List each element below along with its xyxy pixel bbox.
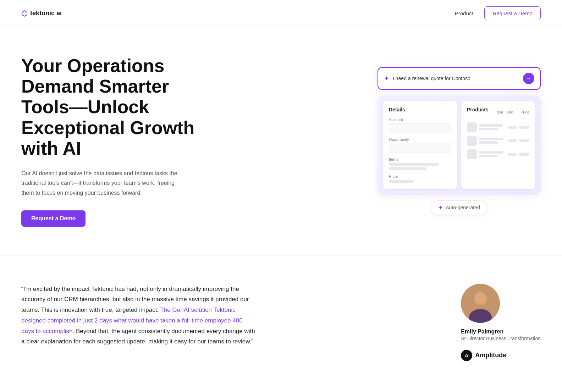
testimonial-quote: “I’m excited by the impact Tektonic has … <box>21 284 255 347</box>
logo-text: tektonic ai <box>30 10 62 17</box>
product-row-3 <box>467 149 529 159</box>
product-bar-3a <box>479 151 503 154</box>
sparkle-icon: ✦ <box>384 74 389 82</box>
product-bars-2 <box>479 138 506 144</box>
hero-section: Your Operations Demand Smarter Tools—Unl… <box>0 27 562 255</box>
hero-title: Your Operations Demand Smarter Tools—Unl… <box>21 55 206 159</box>
product-bar-1a <box>479 124 503 127</box>
field-opportunity-label: Opportunity <box>389 137 451 142</box>
product-icon-1 <box>467 122 477 132</box>
person-title: Sr Director Business Transformation <box>461 336 541 341</box>
demo-search-left: ✦ I need a renewal quote for Contoso <box>384 74 470 82</box>
auto-sparkle-icon: ✦ <box>438 204 443 211</box>
demo-search-bar: ✦ I need a renewal quote for Contoso → <box>378 67 541 90</box>
hero-content: Your Operations Demand Smarter Tools—Unl… <box>21 55 206 227</box>
svg-point-4 <box>475 292 486 304</box>
avatar <box>461 284 500 323</box>
demo-panels: Details Account Opportunity Items Price … <box>378 95 541 195</box>
details-panel-title: Details <box>389 107 451 112</box>
auto-generated-label: Auto-generated <box>446 205 480 210</box>
field-items-bar1 <box>389 163 439 166</box>
product-row-2 <box>467 136 529 146</box>
product-qty-3 <box>508 153 517 156</box>
col-item-label: Item <box>496 110 503 114</box>
products-panel-title: Products <box>467 107 489 112</box>
demo-search-arrow[interactable]: → <box>523 73 534 84</box>
demo-card: ✦ I need a renewal quote for Contoso → D… <box>378 67 541 215</box>
product-bar-2b <box>479 141 498 144</box>
product-icon-3 <box>467 149 477 159</box>
demo-search-text: I need a renewal quote for Contoso <box>393 76 470 81</box>
product-bars-1 <box>479 124 506 130</box>
product-price-1 <box>519 126 529 129</box>
company-logo: A Amplitude <box>461 350 506 361</box>
nav-links: Product Request a Demo <box>455 6 541 20</box>
product-bar-3b <box>479 155 498 157</box>
nav-product-link[interactable]: Product <box>455 10 473 16</box>
field-price-bar <box>389 180 414 183</box>
person-info: Emily Palmgren Sr Director Business Tran… <box>461 328 541 341</box>
auto-generated-badge: ✦ Auto-generated <box>431 200 487 215</box>
products-cols: Item Qty Price <box>496 110 529 114</box>
field-items-label: Items <box>389 157 451 161</box>
testimonial-content: “I’m excited by the impact Tektonic has … <box>21 284 255 347</box>
hero-cta-button[interactable]: Request a Demo <box>21 210 86 227</box>
field-opportunity-input <box>389 143 451 153</box>
logo-icon: ⬡ <box>21 9 27 18</box>
product-bar-2a <box>479 138 503 140</box>
testimonial-person: Emily Palmgren Sr Director Business Tran… <box>461 284 541 361</box>
avatar-svg <box>461 284 500 323</box>
product-icon-2 <box>467 136 477 146</box>
products-header: Products Item Qty Price <box>467 107 529 117</box>
products-panel: Products Item Qty Price <box>461 101 535 189</box>
logo[interactable]: ⬡ tektonic ai <box>21 9 62 18</box>
navigation: ⬡ tektonic ai Product Request a Demo <box>0 0 562 27</box>
company-name: Amplitude <box>475 352 506 359</box>
field-price-label: Price <box>389 174 451 178</box>
field-account-label: Account <box>389 117 451 122</box>
testimonial-section: “I’m excited by the impact Tektonic has … <box>0 255 562 390</box>
product-qty-2 <box>508 139 517 142</box>
product-row-1 <box>467 122 529 132</box>
field-items-bar2 <box>389 167 426 170</box>
product-qty-1 <box>508 126 517 129</box>
product-price-3 <box>519 153 529 156</box>
product-bar-1b <box>479 128 498 130</box>
details-panel: Details Account Opportunity Items Price <box>383 101 457 189</box>
product-bars-3 <box>479 151 506 157</box>
company-icon: A <box>461 350 472 361</box>
product-price-2 <box>519 139 529 142</box>
nav-cta-button[interactable]: Request a Demo <box>484 6 541 20</box>
field-account-input <box>389 123 451 133</box>
hero-description: Our AI doesn't just solve the data issue… <box>21 169 184 198</box>
col-price-label: Price <box>517 110 529 114</box>
person-name: Emily Palmgren <box>461 328 541 335</box>
col-qty-label: Qty <box>505 110 515 114</box>
